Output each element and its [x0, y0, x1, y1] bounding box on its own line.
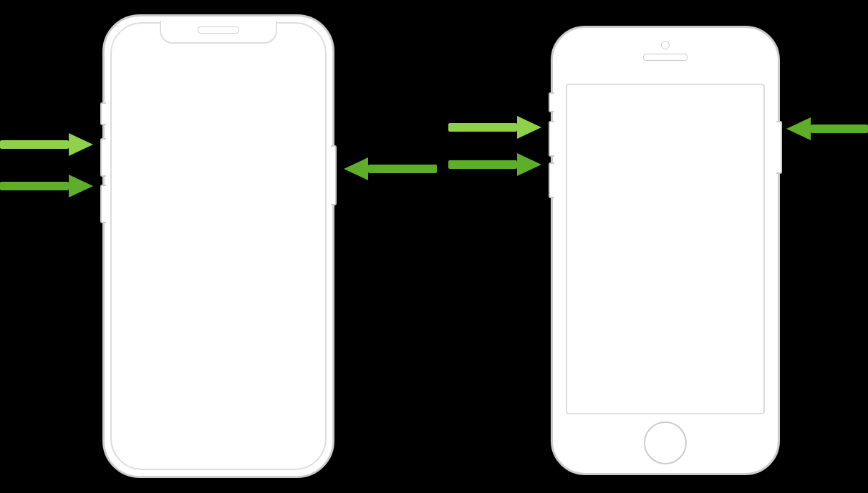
arrow-right-icon [448, 150, 541, 179]
earpiece [643, 54, 688, 61]
svg-rect-10 [811, 125, 868, 133]
svg-rect-0 [0, 140, 69, 149]
svg-rect-6 [448, 123, 517, 132]
svg-marker-3 [69, 175, 93, 197]
iphone-faceid-outline [102, 14, 334, 478]
svg-rect-4 [368, 165, 437, 173]
side-button [776, 121, 782, 174]
screen-bezel [110, 22, 327, 470]
home-button [644, 421, 687, 464]
svg-marker-7 [517, 116, 541, 139]
svg-marker-11 [786, 117, 811, 140]
svg-rect-2 [0, 182, 69, 190]
volume-up-button [100, 138, 106, 177]
arrow-right-icon [0, 172, 93, 200]
mute-switch [549, 92, 554, 112]
side-button [331, 145, 337, 205]
speaker-grille [198, 26, 239, 34]
screen-rect [566, 84, 765, 414]
volume-up-button [549, 121, 554, 157]
arrow-right-icon [448, 113, 541, 142]
iphone-homebutton-outline [551, 26, 780, 475]
svg-marker-1 [69, 133, 93, 156]
svg-marker-5 [344, 157, 368, 180]
mute-switch [100, 102, 106, 125]
svg-rect-8 [448, 160, 517, 169]
arrow-left-icon [786, 114, 868, 143]
front-camera [661, 41, 670, 49]
svg-marker-9 [517, 153, 541, 176]
diagram-canvas [0, 0, 868, 493]
volume-down-button [549, 162, 554, 198]
arrow-left-icon [344, 155, 437, 183]
volume-down-button [100, 185, 106, 223]
arrow-right-icon [0, 130, 93, 159]
